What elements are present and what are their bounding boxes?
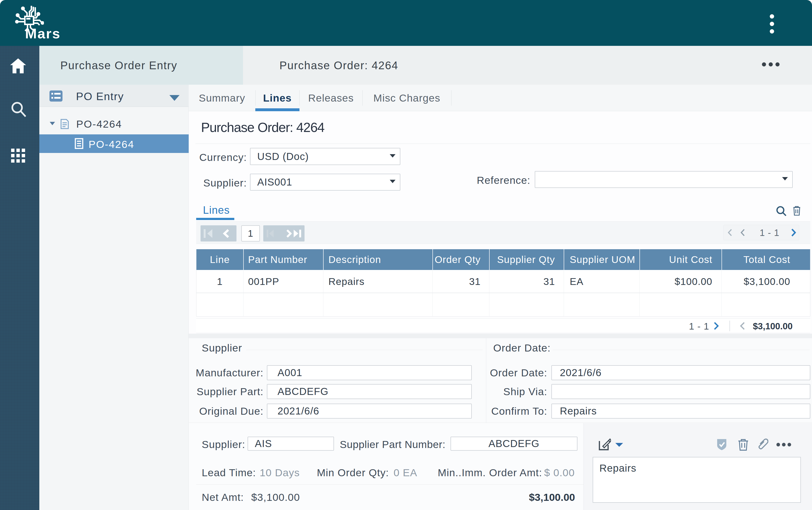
svg-text:1 - 1: 1 - 1 [760, 228, 779, 238]
